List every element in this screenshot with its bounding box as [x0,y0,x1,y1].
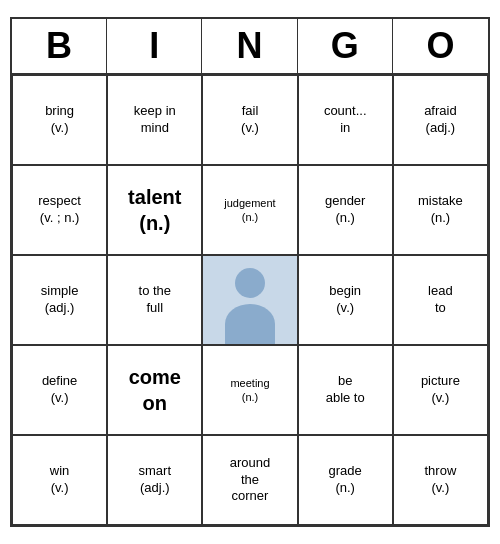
bingo-cell-g3: begin(v.) [298,255,393,345]
bingo-cell-n5: aroundthecorner [202,435,297,525]
bingo-cell-o5: throw(v.) [393,435,488,525]
bingo-cell-o4: picture(v.) [393,345,488,435]
bingo-cell-b1: bring(v.) [12,75,107,165]
bingo-cell-i3: to thefull [107,255,202,345]
bingo-cell-n2: judgement(n.) [202,165,297,255]
bingo-cell-g1: count...in [298,75,393,165]
bingo-header: BINGO [12,19,488,75]
bingo-cell-g4: beable to [298,345,393,435]
header-letter: B [12,19,107,73]
bingo-cell-g5: grade(n.) [298,435,393,525]
bingo-grid: bring(v.)keep inmindfail(v.)count...inaf… [12,75,488,525]
bingo-cell-n4: meeting(n.) [202,345,297,435]
header-letter: I [107,19,202,73]
bingo-cell-o1: afraid(adj.) [393,75,488,165]
header-letter: G [298,19,393,73]
bingo-cell-i5: smart(adj.) [107,435,202,525]
bingo-cell-o2: mistake(n.) [393,165,488,255]
bingo-card: BINGO bring(v.)keep inmindfail(v.)count.… [10,17,490,527]
header-letter: N [202,19,297,73]
bingo-cell-i4: comeon [107,345,202,435]
bingo-cell-n3 [202,255,297,345]
free-space-image [203,256,296,344]
bingo-cell-i2: talent(n.) [107,165,202,255]
bingo-cell-o3: leadto [393,255,488,345]
bingo-cell-g2: gender(n.) [298,165,393,255]
bingo-cell-b3: simple(adj.) [12,255,107,345]
bingo-cell-n1: fail(v.) [202,75,297,165]
bingo-cell-b5: win(v.) [12,435,107,525]
header-letter: O [393,19,488,73]
bingo-cell-i1: keep inmind [107,75,202,165]
bingo-cell-b2: respect(v. ; n.) [12,165,107,255]
bingo-cell-b4: define(v.) [12,345,107,435]
